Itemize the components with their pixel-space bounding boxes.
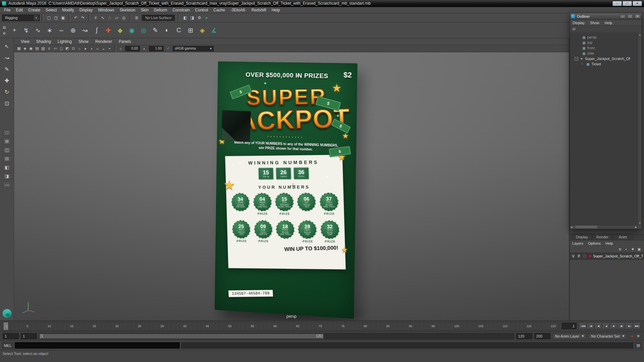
insert-joint-icon[interactable]: ∗ [44, 24, 55, 36]
auto-keyframe-icon[interactable]: ● [629, 333, 635, 339]
move-layer-icon[interactable]: ◐ [624, 247, 629, 252]
resolution-gate-icon[interactable]: ◻ [58, 46, 64, 51]
menu-set-selector[interactable]: Rigging ▾ [2, 14, 40, 21]
outliner-close-button[interactable]: ✕ [635, 14, 640, 18]
time-slider-track[interactable]: 1510152025303540455055606570758085909510… [3, 322, 559, 330]
paint-select-tool-icon[interactable]: ✎ [2, 64, 12, 74]
scale-tool-icon[interactable]: ⊡ [2, 99, 12, 108]
command-line-output[interactable] [181, 342, 633, 349]
undo-icon[interactable]: ↶ [72, 14, 79, 21]
menu-item[interactable]: Modify [59, 7, 76, 13]
character-set-select[interactable]: No Character Set ▾ [588, 333, 627, 339]
layers-list-icon[interactable]: ≣ [617, 247, 623, 252]
contrast-icon[interactable]: ◐ [142, 46, 147, 51]
menu-item[interactable]: -3DtoAll- [228, 7, 249, 13]
separator[interactable] [42, 14, 44, 21]
layer-editor-menu-item[interactable]: Options [586, 241, 603, 245]
make-live-icon[interactable]: ◎ [120, 14, 127, 21]
menu-item[interactable]: Select [43, 7, 59, 13]
layout-three-left-icon[interactable]: ◧ [3, 164, 11, 171]
ik-handle-icon[interactable]: ↯ [20, 24, 32, 36]
menu-item[interactable]: Display [77, 7, 95, 13]
step-back-key-button[interactable]: |◀ [587, 323, 594, 329]
collapse-expander-icon[interactable]: − [575, 57, 578, 61]
menu-item[interactable]: Deform [151, 7, 170, 13]
blend-shape-icon[interactable]: ◐ [161, 24, 173, 36]
pose-icon[interactable]: ◈ [197, 24, 208, 36]
layer-editor-tab[interactable]: Render [592, 234, 612, 240]
panel-menu-item[interactable]: Panels [115, 39, 135, 44]
step-forward-key-button[interactable]: ▶| [626, 323, 633, 329]
command-line-input[interactable] [15, 342, 180, 349]
outliner-menu-item[interactable]: Display [570, 21, 587, 25]
orient-joint-icon[interactable]: ⊕ [67, 24, 79, 36]
film-gate-icon[interactable]: ▭ [52, 46, 58, 51]
layer-editor-menu-item[interactable]: Layers [570, 241, 586, 245]
layout-collapse-icon[interactable]: — [3, 182, 11, 188]
lasso-tool-icon[interactable]: ↝ [2, 53, 12, 62]
menu-item[interactable]: Edit [13, 7, 25, 13]
ik-spline-icon[interactable]: ∿ [32, 24, 44, 36]
smooth-shade-icon[interactable]: ● [83, 46, 88, 51]
render-frame-icon[interactable]: ◧ [182, 14, 189, 21]
layer-playback-toggle[interactable]: P [577, 254, 581, 259]
view-grid-icon[interactable]: # [46, 46, 52, 51]
menu-item[interactable]: Windows [95, 7, 117, 13]
bookmarks-icon[interactable]: ▤ [34, 46, 40, 51]
camera-attributes-icon[interactable]: ◉ [28, 46, 34, 51]
lock-camera-icon[interactable]: ◈ [22, 46, 28, 51]
new-layer-from-selected-icon[interactable]: ▣ [636, 247, 642, 252]
range-slider-track[interactable]: 1 120 [39, 333, 514, 339]
panel-menu-item[interactable]: View [17, 39, 33, 44]
wireframe-icon[interactable]: ○ [76, 46, 82, 51]
move-tool-icon[interactable]: ✚ [2, 76, 12, 85]
panel-menu-item[interactable]: Shading [33, 39, 54, 44]
anim-layer-select[interactable]: No Anim Layer ▾ [552, 333, 587, 339]
outliner-maximize-button[interactable]: □ [627, 14, 633, 18]
save-scene-icon[interactable]: ▣ [60, 14, 66, 21]
open-scene-icon[interactable]: ◳ [53, 14, 59, 21]
layout-outliner-persp-icon[interactable]: ◨ [3, 173, 11, 179]
outliner-item-front[interactable]: ▦ front [570, 45, 638, 51]
curve-tool-icon[interactable]: ↝ [79, 24, 91, 36]
outliner-menu-item[interactable]: Help [602, 21, 615, 25]
bind-skin-icon[interactable]: ◉ [126, 24, 138, 36]
shelf-options-gear-icon[interactable]: ⚙ [2, 31, 7, 36]
ipr-render-icon[interactable]: ◨ [189, 14, 196, 21]
layer-display-type-toggle[interactable] [582, 254, 587, 259]
outliner-menu-item[interactable]: Show [587, 21, 602, 25]
playback-range-bar[interactable]: 1 120 [40, 334, 323, 339]
shelf-tabs-icon[interactable]: ▤ [2, 24, 7, 30]
scratch-ticket-model[interactable]: OVER $500,000 IN PRIZES $2 SUPER JACKPOT… [215, 61, 358, 319]
view-transform-select[interactable]: sRGB gamma ▾ [173, 46, 214, 51]
measure-icon[interactable]: ∡ [208, 24, 220, 36]
outliner-vertical-scrollbar[interactable]: ▲ ▼ [638, 33, 642, 225]
menu-item[interactable]: Skin [138, 7, 151, 13]
layer-color-swatch[interactable] [588, 254, 592, 258]
separator[interactable] [88, 14, 90, 21]
color-management-icon[interactable]: ✓ [165, 46, 171, 51]
exposure-icon[interactable]: ☼ [118, 46, 123, 51]
construction-history-icon[interactable]: ≣ [133, 14, 140, 21]
snap-to-plane-icon[interactable]: ▱ [113, 14, 120, 21]
new-empty-layer-icon[interactable]: ✚ [630, 247, 636, 252]
snap-to-grid-icon[interactable]: # [92, 14, 99, 21]
exposure-field[interactable]: 0.00 [125, 46, 140, 51]
play-forwards-button[interactable]: ▶ [610, 323, 618, 329]
menu-item[interactable]: Control [193, 7, 211, 13]
play-backwards-button[interactable]: ◀ [603, 323, 610, 329]
scroll-down-icon[interactable]: ▼ [639, 222, 641, 224]
minimize-button[interactable]: ‒ [612, 1, 622, 6]
paint-weights-icon[interactable]: ✎ [150, 24, 161, 36]
outliner-minimize-button[interactable]: ‒ [620, 14, 626, 18]
display-layer-row[interactable]: V P Super_Jackpot_Scratch_Off_T [570, 253, 644, 260]
layout-two-stacked-icon[interactable]: ⊟ [3, 156, 11, 162]
cluster-icon[interactable]: C [173, 24, 184, 36]
redo-icon[interactable]: ↷ [79, 14, 86, 21]
outliner-item-ticket[interactable]: └ ▦ Ticket [570, 61, 638, 67]
animation-start-field[interactable]: 1 [3, 333, 19, 339]
render-settings-icon[interactable]: ⚙ [196, 14, 203, 21]
outliner-item-persp[interactable]: ▦ persp [570, 35, 638, 40]
outliner-horizontal-scrollbar[interactable]: ◀ ▶ [570, 225, 638, 229]
image-plane-icon[interactable]: ▧ [40, 46, 46, 51]
